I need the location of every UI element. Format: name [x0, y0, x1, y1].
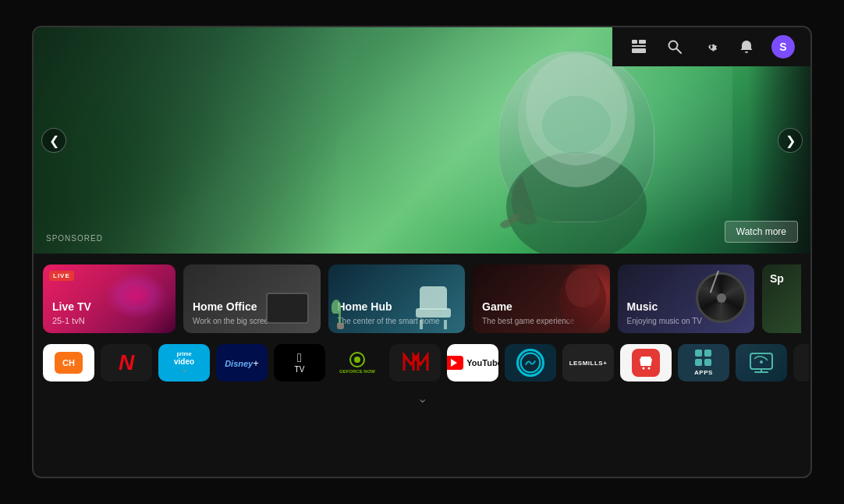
- svg-point-9: [541, 95, 612, 154]
- svg-rect-2: [632, 45, 646, 47]
- app-screen-cast[interactable]: [736, 344, 787, 382]
- vinyl-center: [717, 293, 726, 303]
- svg-point-13: [566, 268, 600, 307]
- tv-screen: S ❮ ❯ SPONSORED: [32, 26, 812, 478]
- shop-logo: [632, 349, 660, 377]
- svg-line-5: [677, 49, 682, 54]
- netflix-logo: N: [119, 352, 134, 374]
- home-office-title: Home Office: [193, 300, 257, 313]
- app-masterclass[interactable]: [389, 344, 441, 382]
- partial-app-bg: [793, 344, 809, 382]
- down-arrow-icon[interactable]: ⌄: [417, 391, 427, 406]
- app-lesmills[interactable]: LESMILLS+: [562, 344, 614, 382]
- category-music[interactable]: Music Enjoying music on TV: [618, 264, 755, 333]
- masterclass-logo: [401, 349, 429, 377]
- hero-next-button[interactable]: ❯: [778, 128, 803, 153]
- prime-logo: prime video ⌣: [174, 351, 194, 374]
- app-shop[interactable]: [620, 344, 672, 382]
- appletv-logo:  TV: [295, 351, 305, 374]
- svg-rect-1: [639, 40, 646, 44]
- app-disney-plus[interactable]: Disney+: [216, 344, 268, 382]
- ch-logo: CH: [55, 352, 83, 374]
- disney-logo: Disney+: [225, 356, 259, 370]
- game-title: Game: [482, 300, 512, 313]
- app-youtube[interactable]: YouTube: [447, 344, 498, 382]
- lesmills-logo: LESMILLS+: [569, 360, 608, 367]
- screen-cast-logo: [736, 344, 787, 382]
- music-subtitle: Enjoying music on TV: [627, 317, 703, 325]
- category-home-hub[interactable]: Home Hub The center of the smart home: [328, 264, 466, 333]
- live-tv-title: Live TV: [52, 300, 91, 313]
- sansar-logo: [516, 349, 544, 377]
- svg-rect-3: [632, 48, 646, 53]
- hub-decoration: [408, 286, 459, 329]
- settings-icon[interactable]: [700, 36, 722, 58]
- search-icon[interactable]: [664, 36, 686, 58]
- category-game[interactable]: Game The best game experience: [473, 264, 610, 333]
- grid-icon[interactable]: [628, 36, 650, 58]
- apps-grid-logo: APPS: [694, 350, 713, 376]
- app-partial[interactable]: [793, 344, 809, 382]
- home-office-subtitle: Work on the big screen: [193, 317, 273, 325]
- category-sports-partial[interactable]: Sp: [762, 264, 801, 333]
- user-avatar[interactable]: S: [771, 35, 795, 59]
- apps-row: CH N prime video ⌣ Disney+  TV: [34, 339, 810, 388]
- hub-plant: [335, 298, 346, 329]
- hero-left-overlay: [34, 27, 344, 254]
- category-home-office[interactable]: Home Office Work on the big screen: [183, 264, 321, 333]
- category-live-tv[interactable]: LIVE Live TV 25-1 tvN: [43, 264, 176, 333]
- svg-point-16: [648, 367, 651, 370]
- sports-title: Sp: [770, 272, 784, 285]
- app-geforce-now[interactable]: GEFORCE NOW: [332, 344, 383, 382]
- svg-point-18: [760, 360, 763, 364]
- bottom-bar: ⌄: [34, 388, 810, 410]
- top-bar: S: [612, 27, 810, 66]
- app-apple-tv[interactable]:  TV: [274, 344, 325, 382]
- youtube-logo: YouTube: [447, 356, 498, 370]
- category-row: LIVE Live TV 25-1 tvN Home Office Work o…: [34, 254, 810, 339]
- live-tv-channel: 25-1 tvN: [52, 316, 85, 325]
- live-tv-decoration: [105, 272, 168, 319]
- app-apps-grid[interactable]: APPS: [678, 344, 729, 382]
- app-ch[interactable]: CH: [43, 344, 94, 382]
- game-figure: [540, 264, 610, 333]
- app-netflix[interactable]: N: [101, 344, 152, 382]
- vinyl-record: [696, 272, 746, 323]
- svg-rect-0: [632, 40, 637, 44]
- app-sansar[interactable]: [505, 344, 556, 382]
- live-badge: LIVE: [49, 271, 74, 281]
- bell-icon[interactable]: [736, 36, 757, 58]
- app-prime-video[interactable]: prime video ⌣: [158, 344, 210, 382]
- geforce-logo: GEFORCE NOW: [339, 352, 375, 374]
- music-title: Music: [627, 300, 658, 313]
- hero-prev-button[interactable]: ❮: [41, 128, 66, 153]
- watch-more-button[interactable]: Watch more: [725, 221, 798, 243]
- svg-point-15: [643, 367, 645, 370]
- sponsored-label: SPONSORED: [46, 234, 103, 243]
- home-office-tv: [266, 293, 309, 324]
